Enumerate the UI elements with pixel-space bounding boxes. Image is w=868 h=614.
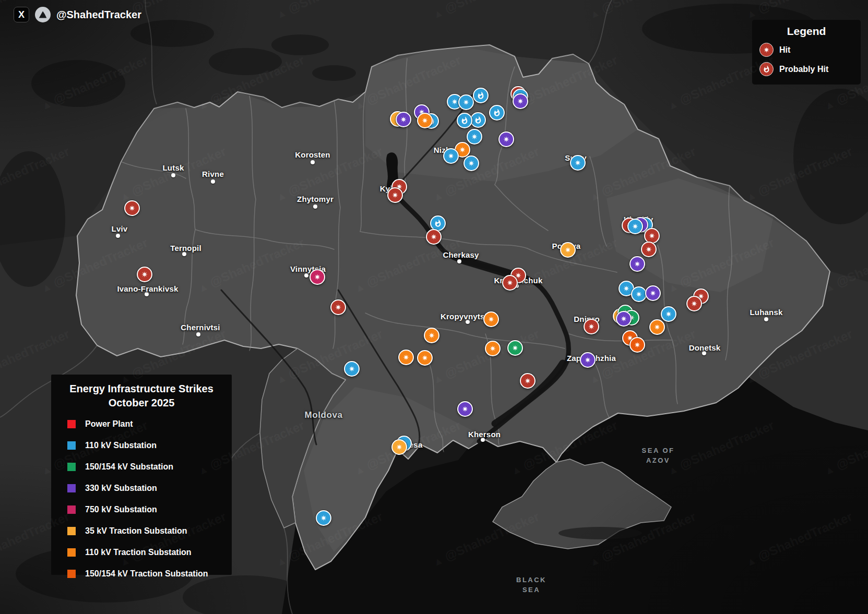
flame-icon <box>474 116 482 124</box>
color-swatch <box>67 463 76 471</box>
type-legend-item-sub110: 110 kV Substation <box>67 441 225 450</box>
burst-icon <box>635 290 643 298</box>
color-swatch <box>67 441 76 450</box>
type-legend-item-tr150: 150/154 kV Traction Substation <box>67 569 225 579</box>
legend-panel: Legend HitProbably Hit <box>752 20 861 85</box>
type-label: 330 kV Substation <box>85 484 157 493</box>
burst-icon <box>516 97 525 105</box>
strike-marker-sub330-hit <box>629 256 645 272</box>
strike-marker-sub110-hit <box>344 361 360 377</box>
strike-marker-power-hit <box>387 187 403 203</box>
strike-marker-power-hit <box>330 299 346 315</box>
burst-icon <box>759 43 774 57</box>
type-legend-item-sub150: 150/154 kV Substation <box>67 462 225 472</box>
strike-marker-sub110-probable-hit <box>473 88 489 103</box>
strike-marker-power-hit <box>686 296 702 311</box>
strike-marker-tr35-hit <box>391 439 407 455</box>
strike-marker-sub110-hit <box>463 155 479 171</box>
avatar <box>35 7 51 22</box>
burst-icon <box>421 116 429 125</box>
flame-icon <box>493 109 501 117</box>
burst-icon <box>421 354 429 362</box>
burst-icon <box>334 303 342 311</box>
strike-marker-sub330-hit <box>616 311 632 327</box>
legend-items: HitProbably Hit <box>759 43 853 76</box>
type-legend-item-sub330: 330 kV Substation <box>67 484 225 493</box>
burst-icon <box>489 344 497 353</box>
strike-marker-sub110-hit <box>631 286 647 302</box>
burst-icon <box>622 284 631 293</box>
page-title-line1: Energy Infrastructure Strikes <box>57 382 225 396</box>
strike-marker-sub330-hit <box>513 93 528 109</box>
account-handle: @ShahedTracker <box>56 9 141 21</box>
burst-icon <box>430 233 438 241</box>
strike-marker-sub330-hit <box>645 285 661 301</box>
burst-icon <box>447 152 455 160</box>
burst-icon <box>511 344 519 352</box>
burst-icon <box>470 133 479 141</box>
map-canvas: KorostenLutskRivneZhytomyrLvivTernopilIv… <box>0 0 868 614</box>
strike-marker-sub110-probable-hit <box>489 105 505 121</box>
burst-icon <box>128 204 136 212</box>
legend-item-label: Probably Hit <box>779 65 828 74</box>
burst-icon <box>633 260 641 268</box>
type-label: 150/154 kV Traction Substation <box>85 569 208 579</box>
burst-icon <box>564 246 572 254</box>
strike-marker-power-hit <box>641 242 657 257</box>
flame-icon <box>759 62 774 76</box>
legend-item-hit: Hit <box>759 43 853 57</box>
type-label: 150/154 kV Substation <box>85 462 173 472</box>
burst-icon <box>664 310 673 318</box>
header: X @ShahedTracker <box>14 7 141 22</box>
strike-marker-tr110-hit <box>398 350 414 365</box>
burst-icon <box>524 377 532 385</box>
flame-icon <box>477 91 485 100</box>
color-swatch <box>67 505 76 514</box>
strike-marker-sub330-hit <box>580 352 596 368</box>
burst-icon <box>587 322 596 331</box>
burst-icon <box>395 443 403 451</box>
strike-marker-sub110-hit <box>458 94 474 110</box>
burst-icon <box>690 299 698 308</box>
burst-icon <box>487 315 495 323</box>
legend-item-probably-hit: Probably Hit <box>759 62 853 76</box>
flame-icon <box>763 65 770 73</box>
legend-title: Legend <box>759 25 853 38</box>
strike-marker-sub110-hit <box>316 510 331 526</box>
burst-icon <box>648 232 656 240</box>
strike-marker-sub110-hit <box>443 148 459 164</box>
flame-icon <box>460 116 469 125</box>
strike-marker-sub330-hit <box>498 131 514 147</box>
burst-icon <box>574 159 582 167</box>
burst-icon <box>502 135 510 143</box>
type-legend-item-tr35: 35 kV Traction Substation <box>67 526 225 536</box>
strike-marker-sub110-probable-hit <box>457 113 472 128</box>
title-panel: Energy Infrastructure Strikes October 20… <box>51 375 232 575</box>
strike-marker-tr110-hit <box>649 319 665 335</box>
burst-icon <box>649 289 657 297</box>
strike-marker-sub110-hit <box>661 306 676 322</box>
strike-marker-tr35-hit <box>560 242 576 258</box>
strike-marker-sub110-hit <box>467 129 482 145</box>
strike-marker-sub330-hit <box>396 112 411 127</box>
strike-marker-tr110-hit <box>417 113 433 128</box>
burst-icon <box>461 405 469 413</box>
burst-icon <box>631 222 639 231</box>
burst-icon <box>506 279 514 287</box>
strike-marker-power-hit <box>124 200 140 216</box>
x-logo-icon: X <box>14 7 29 22</box>
strike-marker-tr110-hit <box>424 328 439 343</box>
burst-icon <box>427 331 436 340</box>
burst-icon <box>458 146 467 154</box>
burst-icon <box>450 98 459 106</box>
burst-icon <box>140 270 149 279</box>
burst-icon <box>584 356 592 364</box>
burst-icon <box>319 514 328 522</box>
burst-icon <box>462 98 470 106</box>
burst-icon <box>467 159 475 167</box>
burst-icon <box>645 245 653 254</box>
type-label: 110 kV Traction Substation <box>85 548 192 557</box>
infrastructure-type-legend: Power Plant110 kV Substation150/154 kV S… <box>57 419 225 579</box>
burst-icon <box>653 323 661 331</box>
type-legend-item-tr110: 110 kV Traction Substation <box>67 548 225 557</box>
